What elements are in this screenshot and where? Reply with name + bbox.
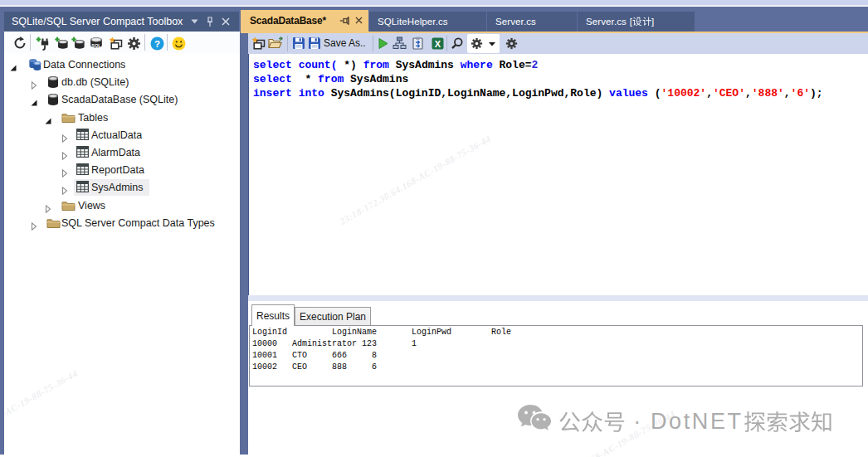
tab-label: SQLiteHelper.cs	[378, 17, 448, 27]
toolbar-separator	[144, 34, 145, 51]
tree-item-label: AlarmData	[91, 145, 140, 161]
pin-icon[interactable]	[203, 15, 217, 28]
toolbox-toolbar: SQL ?	[4, 32, 240, 53]
table-icon	[76, 146, 90, 159]
results-output[interactable]: LoginId LoginName LoginPwd Role 10000 Ad…	[249, 325, 863, 387]
parse-icon[interactable]	[411, 36, 426, 51]
toolbar-separator	[446, 36, 447, 51]
svg-text:X: X	[434, 38, 441, 48]
refresh-icon[interactable]	[12, 36, 27, 51]
window-menu-chevron-icon[interactable]	[188, 15, 201, 28]
tree-item-label: db.db (SQLite)	[61, 75, 129, 90]
run-icon[interactable]	[376, 36, 391, 51]
expander-collapsed-icon[interactable]	[61, 183, 69, 192]
close-icon[interactable]	[219, 15, 232, 28]
expander-expanded-icon[interactable]	[30, 95, 38, 104]
tree-item-label: SysAdmins	[91, 180, 144, 196]
tree-item-data-connections[interactable]: Data Connections	[4, 56, 240, 74]
save-as-icon[interactable]	[307, 36, 322, 51]
tab-results[interactable]: Results	[251, 304, 295, 326]
new-query-icon[interactable]	[251, 36, 266, 51]
expander-collapsed-icon[interactable]	[44, 202, 52, 210]
tree-item-label: SQL Server Compact Data Types	[61, 216, 215, 231]
tree-item-scadadatabase-sqlite[interactable]: ScadaDataBase (SQLite)	[4, 91, 240, 109]
tree-item-label: ReportData	[91, 163, 144, 178]
toolbox-title: SQLite/SQL Server Compact Toolbox	[12, 16, 185, 27]
save-as-label[interactable]: Save As..	[324, 37, 366, 49]
expander-collapsed-icon[interactable]	[61, 131, 69, 139]
tree-item-label: ActualData	[91, 128, 142, 143]
open-file-icon[interactable]	[268, 36, 283, 51]
tree-item-tables[interactable]: Tables	[4, 109, 240, 127]
sql-text: select count( *) from SysAdmins where Ro…	[253, 58, 823, 100]
expander-collapsed-icon[interactable]	[61, 148, 69, 157]
tree-item-reportdata[interactable]: ReportData	[4, 162, 240, 179]
expander-collapsed-icon[interactable]	[30, 219, 38, 227]
expander-expanded-icon[interactable]	[9, 61, 17, 69]
editor-results-splitter[interactable]	[248, 295, 868, 301]
tree-item-label: Views	[78, 198, 105, 214]
tree-item-actualdata[interactable]: ActualData	[4, 127, 240, 144]
sql-editor[interactable]: select count( *) from SysAdmins where Ro…	[248, 54, 868, 295]
tab-label: Results	[256, 310, 290, 322]
settings-icon[interactable]	[504, 36, 519, 51]
panel-splitter-vertical[interactable]	[240, 32, 248, 455]
tree-item-label: Data Connections	[43, 57, 125, 73]
add-connection-icon[interactable]	[35, 36, 50, 51]
help-icon[interactable]: ?	[149, 36, 164, 51]
expander-collapsed-icon[interactable]	[61, 166, 69, 174]
svg-text:?: ?	[154, 38, 159, 48]
settings-dropdown[interactable]	[467, 34, 500, 53]
add-sqlce-database-icon[interactable]	[54, 36, 69, 51]
tree-item-views[interactable]: Views	[4, 197, 240, 215]
close-icon[interactable]	[354, 16, 363, 27]
tree-item-sysadmins[interactable]: SysAdmins	[4, 179, 240, 197]
tab-label: Server.cs	[495, 17, 536, 27]
tree-item-alarmdata[interactable]: AlarmData	[4, 144, 240, 162]
tab-label: Server.cs[]	[586, 17, 654, 27]
folder-icon	[61, 199, 75, 212]
wechat-icon	[517, 403, 552, 440]
tree-item-sql-server-compact-data-types[interactable]: SQL Server Compact Data Types	[4, 215, 240, 232]
tree-item-label: Tables	[78, 110, 108, 126]
tab-label: Execution Plan	[300, 311, 366, 323]
tab-sqlitehelper[interactable]: SQLiteHelper.cs	[369, 12, 486, 32]
toolbar-separator	[30, 34, 31, 51]
tab-scadadatabase[interactable]: ScadaDataBase*	[241, 10, 368, 32]
toolbar-separator	[373, 36, 373, 51]
data-connections-icon	[28, 58, 41, 71]
execution-plan-icon[interactable]	[392, 36, 407, 51]
expander-collapsed-icon[interactable]	[30, 78, 38, 86]
tab-label: ScadaDataBase*	[250, 15, 326, 27]
vs-window: SQLite/SQL Server Compact Toolbox	[0, 0, 868, 457]
table-icon	[76, 181, 90, 194]
tree-item-db-db-sqlite[interactable]: db.db (SQLite)	[4, 74, 240, 91]
svg-text:SQL: SQL	[91, 43, 101, 48]
chevron-down-icon	[489, 42, 495, 46]
database-icon	[46, 93, 60, 106]
main-toolbar-strip	[0, 0, 868, 6]
smiley-icon[interactable]	[171, 36, 186, 51]
tab-execution-plan[interactable]: Execution Plan	[295, 307, 371, 325]
table-icon	[76, 129, 90, 142]
tab-server-cs-design[interactable]: Server.cs[]	[578, 12, 695, 32]
gear-icon[interactable]	[126, 36, 141, 51]
toolbar-separator	[167, 34, 168, 51]
tree-item-label: ScadaDataBase (SQLite)	[61, 92, 178, 108]
add-sqlite-database-icon[interactable]	[71, 36, 85, 51]
toolbar-separator	[287, 36, 288, 51]
search-icon[interactable]	[450, 36, 465, 51]
tab-server-cs[interactable]: Server.cs	[487, 12, 577, 32]
folder-icon	[61, 111, 75, 124]
save-icon[interactable]	[291, 36, 306, 51]
folder-icon	[46, 216, 60, 230]
toolbox-titlebar: SQLite/SQL Server Compact Toolbox	[4, 12, 239, 32]
brand-watermark: ·DotNET	[517, 401, 866, 442]
expander-expanded-icon[interactable]	[44, 114, 52, 122]
pin-icon[interactable]	[339, 16, 350, 28]
new-window-icon[interactable]	[108, 36, 123, 51]
excel-icon[interactable]: X	[430, 36, 445, 51]
database-icon	[46, 75, 60, 89]
sql-server-database-icon[interactable]: SQL	[89, 36, 104, 51]
results-text: LoginId LoginName LoginPwd Role 10000 Ad…	[252, 327, 511, 373]
